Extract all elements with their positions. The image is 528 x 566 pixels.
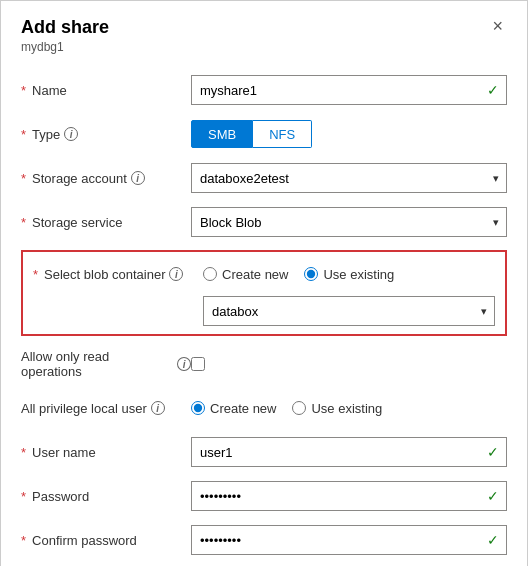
- username-row: * User name ✓: [21, 436, 507, 468]
- password-check-icon: ✓: [487, 488, 499, 504]
- name-row: * Name ✓: [21, 74, 507, 106]
- blob-container-label: * Select blob container i: [33, 267, 203, 282]
- privilege-create-new-radio[interactable]: [191, 401, 205, 415]
- required-star-pass: *: [21, 489, 26, 504]
- username-control: ✓: [191, 437, 507, 467]
- type-info-icon: i: [64, 127, 78, 141]
- blob-container-section: * Select blob container i Create new Use…: [21, 250, 507, 336]
- privilege-create-new-option[interactable]: Create new: [191, 401, 276, 416]
- privilege-use-existing-radio[interactable]: [292, 401, 306, 415]
- password-row: * Password ✓: [21, 480, 507, 512]
- blob-radio-group: Create new Use existing: [203, 267, 394, 282]
- dialog-body: * Name ✓ * Type i SMB NFS: [1, 62, 527, 566]
- privilege-user-row: All privilege local user i Create new Us…: [21, 392, 507, 424]
- required-star-ss: *: [21, 215, 26, 230]
- storage-service-label: * Storage service: [21, 215, 191, 230]
- dialog-header: Add share mydbg1 ×: [1, 1, 527, 62]
- required-star-confirm: *: [21, 533, 26, 548]
- confirm-password-label: * Confirm password: [21, 533, 191, 548]
- password-input-wrapper: ✓: [191, 481, 507, 511]
- blob-create-new-label: Create new: [222, 267, 288, 282]
- confirm-password-input-wrapper: ✓: [191, 525, 507, 555]
- read-ops-row: Allow only read operations i: [21, 348, 507, 380]
- password-label: * Password: [21, 489, 191, 504]
- blob-container-dropdown-row: databox ▾: [33, 296, 495, 326]
- name-input-wrapper: ✓: [191, 75, 507, 105]
- confirm-password-input[interactable]: [191, 525, 507, 555]
- read-ops-control: [191, 357, 507, 371]
- privilege-info-icon: i: [151, 401, 165, 415]
- storage-service-row: * Storage service Block Blob ▾: [21, 206, 507, 238]
- read-ops-info-icon: i: [177, 357, 191, 371]
- add-share-dialog: Add share mydbg1 × * Name ✓ * Type: [0, 0, 528, 566]
- blob-create-new-option[interactable]: Create new: [203, 267, 288, 282]
- privilege-use-existing-label: Use existing: [311, 401, 382, 416]
- name-control: ✓: [191, 75, 507, 105]
- type-row: * Type i SMB NFS: [21, 118, 507, 150]
- storage-account-row: * Storage account i databoxe2etest ▾: [21, 162, 507, 194]
- confirm-password-control: ✓: [191, 525, 507, 555]
- password-input[interactable]: [191, 481, 507, 511]
- required-star-sa: *: [21, 171, 26, 186]
- confirm-password-row: * Confirm password ✓: [21, 524, 507, 556]
- storage-account-label: * Storage account i: [21, 171, 191, 186]
- type-control: SMB NFS: [191, 120, 507, 148]
- blob-container-radio-row: * Select blob container i Create new Use…: [33, 260, 495, 288]
- dialog-title: Add share: [21, 17, 109, 38]
- name-input[interactable]: [191, 75, 507, 105]
- storage-account-control: databoxe2etest ▾: [191, 163, 507, 193]
- storage-account-select-wrapper: databoxe2etest ▾: [191, 163, 507, 193]
- read-ops-label: Allow only read operations i: [21, 349, 191, 379]
- privilege-user-control: Create new Use existing: [191, 401, 507, 416]
- required-star: *: [21, 83, 26, 98]
- blob-container-select[interactable]: databox: [203, 296, 495, 326]
- dialog-subtitle: mydbg1: [21, 40, 109, 54]
- nfs-toggle-button[interactable]: NFS: [253, 120, 312, 148]
- storage-account-info-icon: i: [131, 171, 145, 185]
- confirm-password-check-icon: ✓: [487, 532, 499, 548]
- blob-container-select-wrapper: databox ▾: [203, 296, 495, 326]
- type-toggle-group: SMB NFS: [191, 120, 507, 148]
- storage-service-control: Block Blob ▾: [191, 207, 507, 237]
- username-input[interactable]: [191, 437, 507, 467]
- name-label: * Name: [21, 83, 191, 98]
- type-label: * Type i: [21, 127, 191, 142]
- required-star-blob: *: [33, 267, 38, 282]
- blob-use-existing-radio[interactable]: [304, 267, 318, 281]
- smb-toggle-button[interactable]: SMB: [191, 120, 253, 148]
- close-button[interactable]: ×: [488, 17, 507, 35]
- username-label: * User name: [21, 445, 191, 460]
- privilege-radio-group: Create new Use existing: [191, 401, 507, 416]
- username-check-icon: ✓: [487, 444, 499, 460]
- privilege-use-existing-option[interactable]: Use existing: [292, 401, 382, 416]
- storage-account-select[interactable]: databoxe2etest: [191, 163, 507, 193]
- blob-use-existing-option[interactable]: Use existing: [304, 267, 394, 282]
- username-input-wrapper: ✓: [191, 437, 507, 467]
- read-ops-checkbox[interactable]: [191, 357, 205, 371]
- storage-service-select[interactable]: Block Blob: [191, 207, 507, 237]
- blob-create-new-radio[interactable]: [203, 267, 217, 281]
- blob-use-existing-label: Use existing: [323, 267, 394, 282]
- dialog-title-block: Add share mydbg1: [21, 17, 109, 54]
- blob-container-select-area: databox ▾: [203, 296, 495, 326]
- blob-info-icon: i: [169, 267, 183, 281]
- privilege-create-new-label: Create new: [210, 401, 276, 416]
- storage-service-select-wrapper: Block Blob ▾: [191, 207, 507, 237]
- password-control: ✓: [191, 481, 507, 511]
- required-star-user: *: [21, 445, 26, 460]
- required-star-type: *: [21, 127, 26, 142]
- name-check-icon: ✓: [487, 82, 499, 98]
- privilege-user-label: All privilege local user i: [21, 401, 191, 416]
